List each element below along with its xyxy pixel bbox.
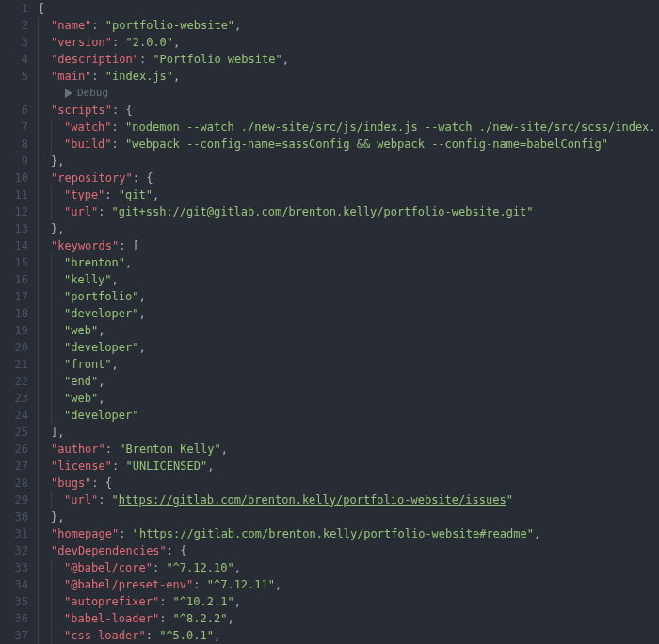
code-line[interactable]: "repository": { xyxy=(38,169,659,186)
code-line[interactable]: "css-loader": "^5.0.1", xyxy=(38,627,659,644)
code-line[interactable]: "@babel/preset-env": "^7.12.11", xyxy=(38,576,659,593)
line-number: 5 xyxy=(0,68,28,85)
line-number: 14 xyxy=(0,237,28,254)
code-line[interactable]: ], xyxy=(38,424,659,441)
code-line[interactable]: "keywords": [ xyxy=(38,237,659,254)
line-number: 10 xyxy=(0,169,28,186)
line-number-gutter: 1234567891011121314151617181920212223242… xyxy=(0,0,38,644)
line-number: 17 xyxy=(0,288,28,305)
link-text[interactable]: https://gitlab.com/brenton.kelly/portfol… xyxy=(119,493,506,507)
line-number: 32 xyxy=(0,542,28,559)
code-line[interactable]: "kelly", xyxy=(38,271,659,288)
line-number: 37 xyxy=(0,627,28,644)
code-line[interactable]: "build": "webpack --config-name=sassConf… xyxy=(38,136,659,153)
code-line[interactable]: "url": "git+ssh://git@gitlab.com/brenton… xyxy=(38,203,659,220)
line-number: 25 xyxy=(0,424,28,441)
code-editor[interactable]: 1234567891011121314151617181920212223242… xyxy=(0,0,659,644)
code-line[interactable]: "description": "Portfolio website", xyxy=(38,51,659,68)
link-text[interactable]: https://gitlab.com/brenton.kelly/portfol… xyxy=(139,527,527,540)
code-line[interactable]: }, xyxy=(38,220,659,237)
svg-marker-0 xyxy=(65,89,72,98)
line-number: 34 xyxy=(0,576,28,593)
line-number: 12 xyxy=(0,203,28,220)
code-line[interactable]: "license": "UNLICENSED", xyxy=(38,458,659,475)
code-line[interactable]: "babel-loader": "^8.2.2", xyxy=(38,610,659,627)
line-number: 2 xyxy=(0,17,28,34)
code-line[interactable]: "autoprefixer": "^10.2.1", xyxy=(38,593,659,610)
code-line[interactable]: "web", xyxy=(38,322,659,339)
code-line[interactable]: { xyxy=(38,0,659,17)
line-number: 4 xyxy=(0,51,28,68)
line-number: 24 xyxy=(0,407,28,424)
code-line[interactable]: }, xyxy=(38,508,659,525)
line-number: 16 xyxy=(0,271,28,288)
line-number: 13 xyxy=(0,220,28,237)
code-line[interactable]: "type": "git", xyxy=(38,186,659,203)
code-line[interactable]: "developer", xyxy=(38,305,659,322)
code-line[interactable]: "brenton", xyxy=(38,254,659,271)
code-line[interactable]: "name": "portfolio-website", xyxy=(38,17,659,34)
code-line[interactable]: "homepage": "https://gitlab.com/brenton.… xyxy=(38,525,659,542)
code-line[interactable]: "developer", xyxy=(38,339,659,356)
play-icon xyxy=(64,89,73,98)
line-number: 23 xyxy=(0,390,28,407)
code-line[interactable]: "web", xyxy=(38,390,659,407)
line-number: 6 xyxy=(0,102,28,119)
line-number: 3 xyxy=(0,34,28,51)
code-line[interactable]: "bugs": { xyxy=(38,475,659,491)
line-number: 19 xyxy=(0,322,28,339)
code-line[interactable]: "scripts": { xyxy=(38,102,659,119)
code-line[interactable]: "version": "2.0.0", xyxy=(38,34,659,51)
code-line[interactable]: "@babel/core": "^7.12.10", xyxy=(38,559,659,576)
line-number: 9 xyxy=(0,153,28,169)
line-number: 30 xyxy=(0,508,28,525)
line-number: 29 xyxy=(0,491,28,508)
line-number: 21 xyxy=(0,356,28,373)
line-number: 26 xyxy=(0,441,28,458)
debug-label: Debug xyxy=(77,85,108,102)
line-number: 11 xyxy=(0,186,28,203)
line-number: 36 xyxy=(0,610,28,627)
code-line[interactable]: "watch": "nodemon --watch ./new-site/src… xyxy=(38,119,659,136)
line-number: 27 xyxy=(0,458,28,475)
code-line[interactable]: "front", xyxy=(38,356,659,373)
line-number: 8 xyxy=(0,136,28,153)
code-line[interactable]: }, xyxy=(38,153,659,169)
codelens-row: Debug xyxy=(38,85,659,102)
line-number: 18 xyxy=(0,305,28,322)
code-line[interactable]: "devDependencies": { xyxy=(38,542,659,559)
code-area[interactable]: {"name": "portfolio-website","version": … xyxy=(38,0,659,644)
line-number: 15 xyxy=(0,254,28,271)
line-number: 22 xyxy=(0,373,28,390)
line-number: 7 xyxy=(0,119,28,136)
debug-codelens[interactable]: Debug xyxy=(51,85,108,102)
line-number: 33 xyxy=(0,559,28,576)
code-line[interactable]: "portfolio", xyxy=(38,288,659,305)
code-line[interactable]: "url": "https://gitlab.com/brenton.kelly… xyxy=(38,491,659,508)
line-number: 35 xyxy=(0,593,28,610)
code-line[interactable]: "end", xyxy=(38,373,659,390)
line-number: 20 xyxy=(0,339,28,356)
line-number: 31 xyxy=(0,525,28,542)
code-line[interactable]: "developer" xyxy=(38,407,659,424)
line-number: 28 xyxy=(0,475,28,491)
code-line[interactable]: "author": "Brenton Kelly", xyxy=(38,441,659,458)
code-line[interactable]: "main": "index.js", xyxy=(38,68,659,85)
line-number: 1 xyxy=(0,0,28,17)
